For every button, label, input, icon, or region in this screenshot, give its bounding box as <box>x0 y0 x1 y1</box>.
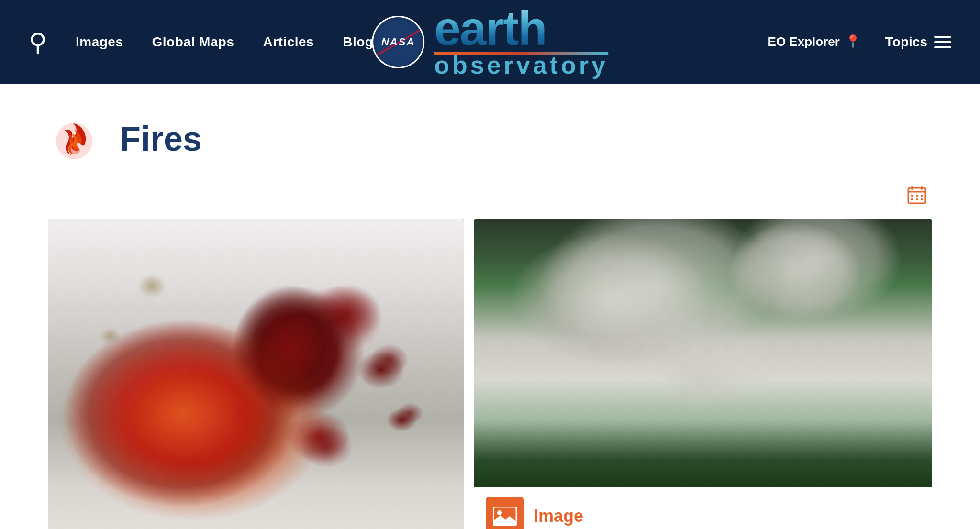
smoke-overlay <box>474 219 932 487</box>
search-icon[interactable]: ⚲ <box>29 30 47 55</box>
fire-overlay <box>48 219 464 529</box>
svg-rect-6 <box>911 195 913 197</box>
fire-map-image <box>48 219 464 529</box>
main-featured-image[interactable] <box>48 219 464 529</box>
svg-rect-9 <box>911 198 913 200</box>
location-icon: 📍 <box>845 34 861 50</box>
filter-row <box>48 184 932 209</box>
svg-rect-10 <box>916 198 918 200</box>
earth-observatory-text: earth observatory <box>434 4 608 79</box>
nav-global-maps[interactable]: Global Maps <box>152 34 234 50</box>
nav-articles[interactable]: Articles <box>263 34 314 50</box>
svg-rect-4 <box>921 186 923 190</box>
header-right: EO Explorer 📍 Topics <box>768 34 951 50</box>
image-card-label: Image <box>534 506 583 526</box>
svg-point-13 <box>497 510 502 515</box>
nav-images[interactable]: Images <box>76 34 123 50</box>
topics-button[interactable]: Topics <box>885 34 951 50</box>
svg-rect-11 <box>921 198 923 200</box>
svg-rect-3 <box>911 186 913 190</box>
svg-rect-8 <box>921 195 923 197</box>
site-header: ⚲ Images Global Maps Articles Blogs NASA… <box>0 0 980 84</box>
page-title-row: Fires <box>48 112 932 165</box>
nasa-logo: NASA <box>372 16 424 68</box>
svg-rect-7 <box>916 195 918 197</box>
image-type-icon <box>486 497 524 529</box>
side-satellite-image[interactable] <box>474 219 932 487</box>
image-card[interactable]: Image <box>474 487 932 529</box>
side-image-container: Image <box>474 219 932 529</box>
observatory-word: observatory <box>434 52 608 79</box>
page-title: Fires <box>120 119 202 158</box>
satellite-image-inner <box>474 219 932 487</box>
fires-swirl-svg <box>50 115 98 163</box>
images-grid: Image <box>48 219 932 529</box>
hamburger-icon <box>934 36 951 48</box>
svg-point-1 <box>68 147 80 154</box>
topics-label: Topics <box>885 34 927 50</box>
eo-explorer-label: EO Explorer <box>768 34 840 49</box>
image-icon-svg <box>493 507 517 526</box>
eo-explorer-button[interactable]: EO Explorer 📍 <box>768 34 861 50</box>
fires-topic-icon <box>48 112 100 165</box>
site-logo[interactable]: NASA earth observatory <box>372 4 608 79</box>
nasa-label: NASA <box>381 36 415 48</box>
calendar-filter-icon[interactable] <box>906 184 927 209</box>
earth-word: earth <box>434 4 608 52</box>
calendar-svg <box>906 184 927 205</box>
main-content: Fires <box>0 84 980 529</box>
